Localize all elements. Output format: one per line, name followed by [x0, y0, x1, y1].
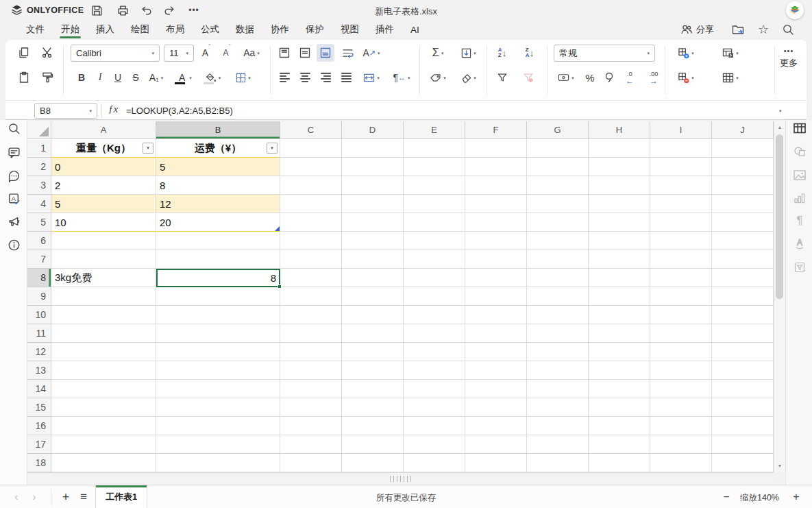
underline-button[interactable]: U	[109, 69, 127, 86]
row-header-6[interactable]: 6	[27, 232, 51, 250]
cell-F11[interactable]	[465, 324, 527, 343]
cell-A11[interactable]	[51, 324, 156, 343]
cell-F1[interactable]	[465, 139, 527, 158]
cell-C9[interactable]	[280, 287, 342, 306]
comma-style-button[interactable]	[600, 69, 618, 86]
image-settings-icon[interactable]	[792, 167, 807, 182]
menu-tab-保护[interactable]: 保护	[297, 20, 332, 39]
cell-B11[interactable]	[156, 324, 280, 343]
cell-J18[interactable]	[712, 454, 774, 472]
cell-E9[interactable]	[404, 287, 465, 306]
increase-font-icon[interactable]: Aˆ	[197, 44, 215, 62]
zoom-in-button[interactable]: +	[788, 489, 804, 505]
cell-I5[interactable]	[650, 213, 712, 232]
paragraph-settings-icon[interactable]: ¶	[792, 213, 807, 228]
insert-function-fx-icon[interactable]: ƒx	[108, 104, 118, 115]
row-header-13[interactable]: 13	[27, 361, 51, 380]
cell-D1[interactable]	[342, 139, 404, 158]
cell-E5[interactable]	[404, 213, 465, 232]
sort-descending-button[interactable]: ZA ↓	[519, 44, 540, 62]
cell-C15[interactable]	[280, 398, 342, 417]
cell-B18[interactable]	[156, 454, 280, 472]
cell-A3[interactable]: 2	[51, 176, 156, 195]
increase-decimal-button[interactable]: .00→	[643, 69, 665, 86]
cell-G16[interactable]	[527, 417, 589, 435]
align-top-icon[interactable]	[275, 44, 293, 62]
menu-tab-开始[interactable]: 开始	[53, 20, 88, 39]
sheet-nav-prev-icon[interactable]: ‹	[8, 489, 25, 505]
format-as-table-button[interactable]: ▾	[715, 69, 746, 86]
cell-G11[interactable]	[527, 324, 589, 343]
horizontal-scrollbar[interactable]	[27, 472, 774, 484]
fill-color-button[interactable]: ▾	[201, 69, 225, 86]
cell-C8[interactable]	[280, 269, 342, 287]
cell-D11[interactable]	[342, 324, 404, 343]
cell-C17[interactable]	[280, 435, 342, 454]
cell-J4[interactable]	[712, 195, 774, 213]
cell-G4[interactable]	[527, 195, 589, 213]
cell-C7[interactable]	[280, 250, 342, 269]
cell-I8[interactable]	[650, 269, 712, 287]
cell-B7[interactable]	[156, 250, 280, 269]
autosum-button[interactable]: Σ▾	[425, 44, 451, 62]
cell-B8[interactable]: 8	[156, 269, 280, 287]
decrease-decimal-button[interactable]: .0←	[619, 69, 640, 86]
clear-filter-button[interactable]	[519, 69, 537, 86]
cell-G13[interactable]	[527, 361, 589, 380]
cell-C13[interactable]	[280, 361, 342, 380]
comments-icon[interactable]	[6, 145, 21, 160]
cell-F15[interactable]	[465, 398, 527, 417]
find-search-icon[interactable]	[6, 121, 21, 136]
cell-F16[interactable]	[465, 417, 527, 435]
menu-tab-文件[interactable]: 文件	[18, 20, 53, 39]
cell-F17[interactable]	[465, 435, 527, 454]
wrap-text-button[interactable]	[339, 44, 356, 62]
column-header-F[interactable]: F	[465, 121, 527, 139]
cell-B9[interactable]	[156, 287, 280, 306]
cell-F13[interactable]	[465, 361, 527, 380]
cell-B3[interactable]: 8	[156, 176, 280, 195]
cell-C1[interactable]	[280, 139, 342, 158]
toolbar-more-button[interactable]: ••• 更多	[780, 47, 798, 69]
column-header-D[interactable]: D	[342, 121, 404, 139]
cell-C16[interactable]	[280, 417, 342, 435]
cell-J15[interactable]	[712, 398, 774, 417]
menu-tab-视图[interactable]: 视图	[332, 20, 367, 39]
cell-J1[interactable]	[712, 139, 774, 158]
row-header-17[interactable]: 17	[27, 435, 51, 454]
table-settings-icon[interactable]	[792, 121, 807, 136]
cell-B13[interactable]	[156, 361, 280, 380]
bold-button[interactable]: B	[73, 69, 90, 86]
cell-I6[interactable]	[650, 232, 712, 250]
delete-cells-button[interactable]: ▾	[672, 69, 700, 86]
row-header-7[interactable]: 7	[27, 250, 51, 269]
cell-A4[interactable]: 5	[51, 195, 156, 213]
cell-B1[interactable]: 运费（¥）▾	[156, 139, 280, 158]
strikethrough-button[interactable]: S	[127, 69, 145, 86]
cell-E18[interactable]	[404, 454, 465, 472]
cell-I15[interactable]	[650, 398, 712, 417]
row-header-10[interactable]: 10	[27, 306, 51, 324]
cell-H12[interactable]	[589, 343, 650, 361]
cell-F10[interactable]	[465, 306, 527, 324]
cell-C11[interactable]	[280, 324, 342, 343]
cell-I1[interactable]	[650, 139, 712, 158]
menu-tab-插件[interactable]: 插件	[367, 20, 402, 39]
decrease-font-icon[interactable]: Aˇ	[218, 44, 236, 62]
cell-J11[interactable]	[712, 324, 774, 343]
menu-tab-数据[interactable]: 数据	[227, 20, 262, 39]
cell-J12[interactable]	[712, 343, 774, 361]
text-direction-button[interactable]: ¶↔▾	[388, 69, 415, 86]
cell-F6[interactable]	[465, 232, 527, 250]
change-case-button[interactable]: Aa▾	[238, 44, 264, 62]
cell-F4[interactable]	[465, 195, 527, 213]
row-header-16[interactable]: 16	[27, 417, 51, 435]
cell-J10[interactable]	[712, 306, 774, 324]
cell-I10[interactable]	[650, 306, 712, 324]
cell-H2[interactable]	[589, 158, 650, 176]
align-justify-icon[interactable]	[337, 69, 355, 86]
row-header-5[interactable]: 5	[27, 213, 51, 232]
autofilter-dropdown-icon[interactable]: ▾	[267, 143, 278, 154]
fill-down-button[interactable]: ▾	[455, 44, 482, 62]
row-header-1[interactable]: 1	[27, 139, 51, 158]
